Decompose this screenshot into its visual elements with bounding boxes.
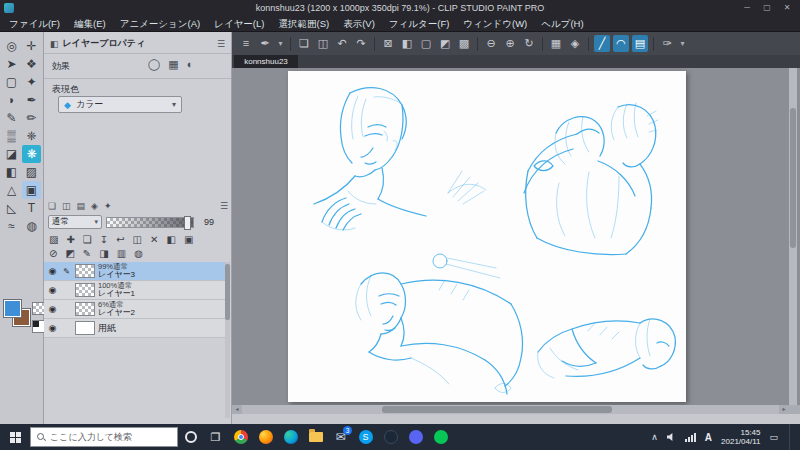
enable-draft-icon[interactable]: ✎ xyxy=(83,248,91,259)
save-icon[interactable]: ◫ xyxy=(315,35,331,52)
scroll-left-icon[interactable]: ◂ xyxy=(232,405,242,414)
fill-layer-icon[interactable]: ◧ xyxy=(166,234,175,245)
snap-special-ruler-icon[interactable]: ◠ xyxy=(613,35,629,52)
drawing-canvas[interactable] xyxy=(288,71,686,402)
show-desktop-button[interactable] xyxy=(789,424,794,450)
brush-tool[interactable]: ✏ xyxy=(22,109,41,127)
volume-icon[interactable] xyxy=(667,433,676,442)
zoom-in-icon[interactable]: ⊕ xyxy=(502,35,518,52)
layer-row[interactable]: ◉ 100%通常 レイヤー1 xyxy=(44,281,226,300)
close-icon[interactable]: ✕ xyxy=(778,0,796,16)
deselect-icon[interactable]: ▢ xyxy=(418,35,434,52)
start-button[interactable] xyxy=(0,424,30,450)
opacity-slider-handle[interactable] xyxy=(184,216,191,230)
clipping-icon[interactable]: ◨ xyxy=(99,248,108,259)
grid-icon[interactable]: ▦ xyxy=(548,35,564,52)
opacity-slider[interactable] xyxy=(106,217,194,228)
frame-layer-icon[interactable]: ▣ xyxy=(184,234,193,245)
balloon-tool[interactable]: ◍ xyxy=(22,217,41,235)
main-menu-icon[interactable]: ≡ xyxy=(238,35,254,52)
lock-transparent-icon[interactable]: ⊘ xyxy=(49,248,57,259)
symmetry-icon[interactable]: ◈ xyxy=(567,35,583,52)
tone-effect-icon[interactable]: ▦ xyxy=(168,58,178,71)
layer-tab-icon[interactable]: ❏ xyxy=(48,201,56,211)
object-tool[interactable]: ➤ xyxy=(2,55,21,73)
mask-icon[interactable]: ▨ xyxy=(49,234,58,245)
layer-row-selected[interactable]: ◉ ✎ 99%通常 レイヤー3 xyxy=(44,262,226,281)
snap-grid-icon[interactable]: ▤ xyxy=(632,35,648,52)
selection-tool[interactable]: ▢ xyxy=(2,73,21,91)
ime-mode-indicator[interactable]: A xyxy=(705,432,712,443)
lock-layer-icon[interactable]: ◩ xyxy=(65,248,74,259)
subview-tab-icon[interactable]: ◈ xyxy=(91,201,98,211)
action-center-icon[interactable]: ▭ xyxy=(769,432,778,442)
menu-help[interactable]: ヘルプ(H) xyxy=(534,16,590,32)
layer-list-scrollbar[interactable] xyxy=(225,262,230,418)
snap-ruler-icon[interactable]: ╱ xyxy=(594,35,610,52)
new-folder-icon[interactable]: ❏ xyxy=(83,234,92,245)
menu-selection[interactable]: 選択範囲(S) xyxy=(271,16,336,32)
clear-icon[interactable]: ⊠ xyxy=(380,35,396,52)
panel-menu-icon[interactable]: ☰ xyxy=(217,39,225,49)
menu-animation[interactable]: アニメーション(A) xyxy=(113,16,208,32)
text-tool[interactable]: T xyxy=(22,199,41,217)
redo-icon[interactable]: ↷ xyxy=(353,35,369,52)
blend-tool[interactable]: ❋ xyxy=(22,145,41,163)
menu-edit[interactable]: 編集(E) xyxy=(67,16,113,32)
network-icon[interactable] xyxy=(685,433,696,442)
canvas-horizontal-scrollbar[interactable]: ◂ ▸ xyxy=(232,405,789,414)
primary-color-swatch[interactable] xyxy=(4,300,21,317)
discord-button[interactable] xyxy=(403,424,428,450)
eyedropper-tool[interactable]: ◗ xyxy=(2,91,21,109)
canvas-viewport[interactable] xyxy=(232,68,789,405)
taskbar-search-input[interactable]: ここに入力して検索 xyxy=(30,427,178,447)
menu-layer[interactable]: レイヤー(L) xyxy=(207,16,271,32)
ruler-tool[interactable]: ◺ xyxy=(2,199,21,217)
layer-color-effect-icon[interactable]: ◐ xyxy=(187,58,194,71)
line-correction-tool[interactable]: ≈ xyxy=(2,217,21,235)
pen-tool[interactable]: ✒ xyxy=(22,91,41,109)
expression-color-select[interactable]: ◆ カラー ▾ xyxy=(58,96,182,113)
line-button[interactable] xyxy=(428,424,453,450)
chevron-down-icon[interactable]: ▾ xyxy=(276,35,285,52)
chevron-down-icon[interactable]: ▾ xyxy=(678,35,687,52)
pencil-tool[interactable]: ✎ xyxy=(2,109,21,127)
tray-chevron-up-icon[interactable]: ∧ xyxy=(651,432,658,442)
figure-tool[interactable]: △ xyxy=(2,181,21,199)
visibility-eye-icon[interactable]: ◉ xyxy=(47,285,58,295)
palette-color-icon[interactable]: ◍ xyxy=(134,248,143,259)
mail-button[interactable]: ✉ 3 xyxy=(328,424,353,450)
taskbar-clock[interactable]: 15:45 2021/04/11 xyxy=(721,428,760,447)
cortana-button[interactable] xyxy=(178,424,203,450)
file-explorer-button[interactable] xyxy=(303,424,328,450)
scrollbar-thumb[interactable] xyxy=(382,406,612,413)
visibility-eye-icon[interactable]: ◉ xyxy=(47,304,58,314)
transfer-down-icon[interactable]: ↧ xyxy=(100,234,108,245)
visibility-eye-icon[interactable]: ◉ xyxy=(47,266,58,276)
paper-layer-row[interactable]: ◉ 用紙 xyxy=(44,319,226,338)
layer-row[interactable]: ◉ 6%通常 レイヤー2 xyxy=(44,300,226,319)
document-tab[interactable]: konnshuu23 xyxy=(234,55,298,68)
auto-select-tool[interactable]: ✦ xyxy=(22,73,41,91)
move-tool[interactable]: ✛ xyxy=(22,37,41,55)
fill-tool[interactable]: ◧ xyxy=(2,163,21,181)
zoom-out-icon[interactable]: ⊖ xyxy=(483,35,499,52)
canvas-vertical-scrollbar[interactable] xyxy=(789,68,797,405)
scroll-right-icon[interactable]: ▸ xyxy=(779,405,789,414)
layer-move-tool[interactable]: ❖ xyxy=(22,55,41,73)
selection-border-icon[interactable]: ▩ xyxy=(456,35,472,52)
decoration-tool[interactable]: ❈ xyxy=(22,127,41,145)
menu-window[interactable]: ウィンドウ(W) xyxy=(456,16,534,32)
panel-menu-icon[interactable]: ☰ xyxy=(220,201,228,211)
menu-file[interactable]: ファイル(F) xyxy=(2,16,67,32)
eraser-tool[interactable]: ◪ xyxy=(2,145,21,163)
layer-search-tab-icon[interactable]: ◫ xyxy=(62,201,71,211)
menu-view[interactable]: 表示(V) xyxy=(336,16,382,32)
zoom-tool[interactable]: ◎ xyxy=(2,37,21,55)
maximize-icon[interactable]: ▢ xyxy=(758,0,776,16)
chrome-button[interactable] xyxy=(228,424,253,450)
menu-filter[interactable]: フィルター(F) xyxy=(382,16,457,32)
frame-tool[interactable]: ▣ xyxy=(22,181,41,199)
delete-layer-icon[interactable]: ✕ xyxy=(150,234,158,245)
info-tab-icon[interactable]: ✦ xyxy=(104,201,112,211)
